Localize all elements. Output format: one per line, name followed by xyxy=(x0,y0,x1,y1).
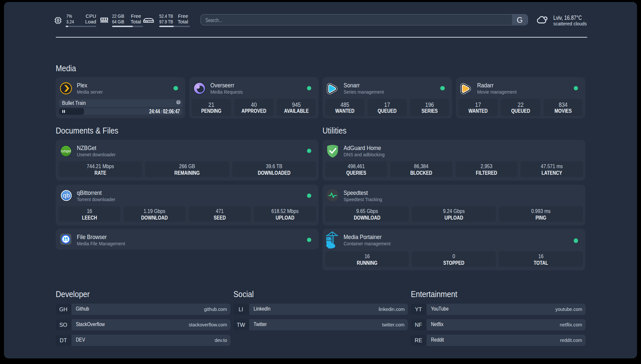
svg-text:nzbget: nzbget xyxy=(61,149,71,153)
svg-text:qb: qb xyxy=(63,192,70,199)
